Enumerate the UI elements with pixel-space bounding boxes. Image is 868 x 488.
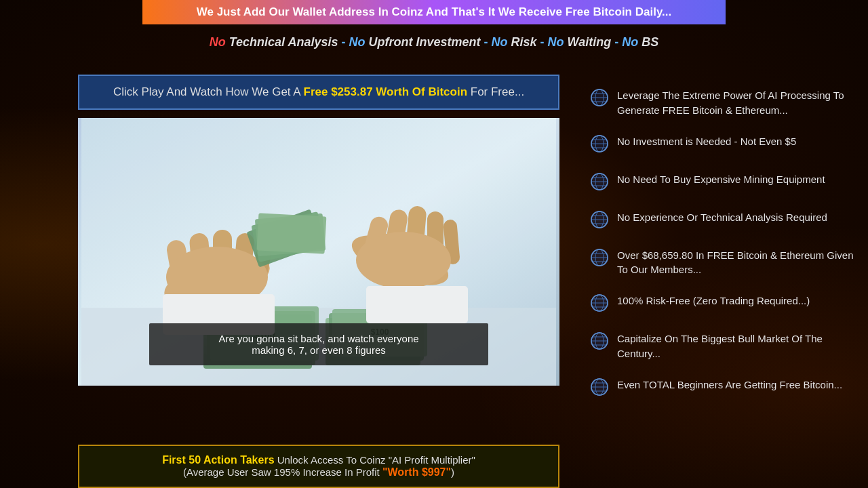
- subtitle-line1: Are you gonna sit back, and watch everyo…: [176, 333, 461, 344]
- globe-icon-0: [590, 88, 609, 110]
- tagline-part2: Upfront Investment: [366, 35, 484, 49]
- feature-item-5: 100% Risk-Free (Zero Trading Required...…: [590, 293, 854, 315]
- tagline-dash2: -: [484, 35, 492, 49]
- globe-icon-7: [590, 378, 609, 399]
- promo-first50: First 50 Action Takers: [162, 454, 274, 466]
- tagline-part4: Waiting: [564, 35, 615, 49]
- tagline-dash1: -: [342, 35, 349, 49]
- tagline-row: No Technical Analysis - No Upfront Inves…: [0, 35, 868, 49]
- feature-item-6: Capitalize On The Biggest Bull Market Of…: [590, 331, 854, 361]
- promo-bar-line2: (Average User Saw 195% Increase In Profi…: [93, 466, 545, 479]
- tagline-no2: No: [349, 35, 366, 49]
- feature-text-7: Even TOTAL Beginners Are Getting Free Bi…: [617, 378, 842, 392]
- feature-text-6: Capitalize On The Biggest Bull Market Of…: [617, 331, 854, 361]
- feature-text-1: No Investment is Needed - Not Even $5: [617, 134, 796, 149]
- promo-text2: (Average User Saw 195% Increase In Profi…: [183, 466, 382, 478]
- globe-icon-5: [590, 293, 609, 315]
- globe-icon-2: [590, 172, 609, 194]
- feature-text-4: Over $68,659.80 In FREE Bitcoin & Ethere…: [617, 248, 854, 278]
- left-column: Click Play And Watch How We Get A Free $…: [78, 75, 559, 386]
- feature-item-1: No Investment is Needed - Not Even $5: [590, 134, 854, 156]
- feature-item-7: Even TOTAL Beginners Are Getting Free Bi…: [590, 378, 854, 399]
- feature-item-2: No Need To Buy Expensive Mining Equipmen…: [590, 172, 854, 194]
- feature-text-3: No Experience Or Technical Analysis Requ…: [617, 210, 827, 225]
- promo-text3: ): [451, 466, 454, 478]
- tagline-no1: No: [210, 35, 226, 49]
- cta-label-amount: Free $253.87 Worth Of Bitcoin: [304, 85, 468, 98]
- promo-bar: First 50 Action Takers Unlock Access To …: [78, 445, 559, 488]
- tagline-dash3: -: [540, 35, 548, 49]
- video-subtitle: Are you gonna sit back, and watch everyo…: [149, 323, 488, 365]
- features-container: Leverage The Extreme Power Of AI Process…: [590, 88, 854, 399]
- tagline-part5: BS: [638, 35, 658, 49]
- subtitle-line2: making 6, 7, or even 8 figures: [176, 344, 461, 356]
- tagline-part3: Risk: [508, 35, 540, 49]
- promo-worth: "Worth $997": [382, 466, 451, 478]
- globe-icon-1: [590, 134, 609, 156]
- globe-icon-4: [590, 248, 609, 270]
- tagline-no3: No: [492, 35, 508, 49]
- tagline-no4: No: [548, 35, 564, 49]
- promo-bar-line1: First 50 Action Takers Unlock Access To …: [93, 454, 545, 466]
- tagline-part1: Technical Analysis: [226, 35, 342, 49]
- tagline-dash4: -: [614, 35, 622, 49]
- promo-text1: Unlock Access To Coinz "AI Profit Multip…: [275, 454, 475, 466]
- feature-item-3: No Experience Or Technical Analysis Requ…: [590, 210, 854, 232]
- features-list: Leverage The Extreme Power Of AI Process…: [590, 88, 854, 415]
- globe-icon-6: [590, 331, 609, 353]
- cta-button[interactable]: Click Play And Watch How We Get A Free $…: [78, 75, 559, 110]
- feature-text-5: 100% Risk-Free (Zero Trading Required...…: [617, 293, 810, 308]
- video-player[interactable]: $100 $100: [78, 118, 559, 386]
- feature-item-4: Over $68,659.80 In FREE Bitcoin & Ethere…: [590, 248, 854, 278]
- feature-item-0: Leverage The Extreme Power Of AI Process…: [590, 88, 854, 118]
- tagline-no5: No: [622, 35, 638, 49]
- cta-label-start: Click Play And Watch How We Get A: [113, 85, 304, 98]
- feature-text-2: No Need To Buy Expensive Mining Equipmen…: [617, 172, 825, 187]
- globe-icon-3: [590, 210, 609, 232]
- feature-text-0: Leverage The Extreme Power Of AI Process…: [617, 88, 854, 118]
- top-banner-text: We Just Add Our Wallet Address In Coinz …: [197, 5, 672, 18]
- top-banner: We Just Add Our Wallet Address In Coinz …: [142, 0, 726, 24]
- cta-label-end: For Free...: [467, 85, 524, 98]
